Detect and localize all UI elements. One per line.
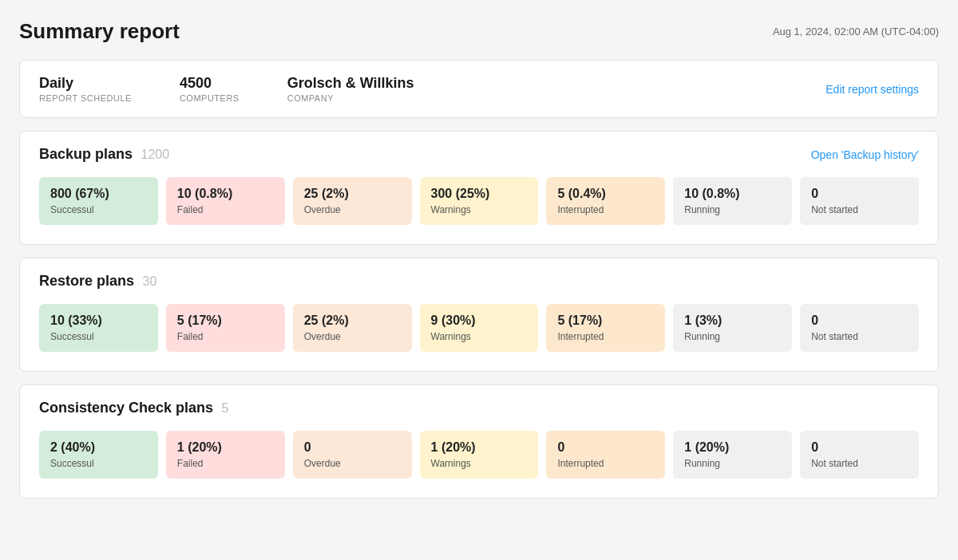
stat-tile[interactable]: 1 (3%)Running [673,304,792,352]
stat-value: 1 (20%) [177,440,274,455]
stat-value: 9 (30%) [431,314,528,328]
computers-label: COMPUTERS [180,93,240,103]
stat-label: Not started [811,331,908,342]
stat-value: 25 (2%) [304,187,401,201]
backup-plans-stats: 800 (67%)Successul10 (0.8%)Failed25 (2%)… [39,177,919,225]
stat-label: Not started [811,204,908,215]
page-title: Summary report [19,19,180,44]
backup-plans-title: Backup plans [39,146,133,162]
company-value: Grolsch & Willkins [287,75,414,92]
computers-value: 4500 [180,75,240,92]
stat-tile[interactable]: 9 (30%)Warnings [420,304,539,352]
schedule-label: REPORT SCHEDULE [39,93,132,103]
stat-label: Warnings [431,204,528,215]
stat-label: Running [684,204,781,215]
consistency-plans-header: Consistency Check plans 5 [39,400,919,416]
stat-value: 0 [811,440,908,455]
stat-label: Successul [50,204,147,215]
info-card: Daily REPORT SCHEDULE 4500 COMPUTERS Gro… [19,60,939,118]
stat-label: Interrupted [557,204,654,215]
restore-plans-stats: 10 (33%)Successul5 (17%)Failed25 (2%)Ove… [39,304,919,352]
stat-tile[interactable]: 10 (0.8%)Failed [166,177,285,225]
stat-tile[interactable]: 25 (2%)Overdue [293,304,412,352]
restore-plans-section: Restore plans 30 10 (33%)Successul5 (17%… [19,258,939,372]
stat-label: Overdue [304,458,401,469]
edit-report-settings-link[interactable]: Edit report settings [825,83,919,96]
consistency-plans-count: 5 [222,401,229,415]
stat-value: 5 (0.4%) [557,187,654,201]
stat-tile[interactable]: 1 (20%)Failed [166,431,285,479]
stat-value: 1 (20%) [431,440,528,455]
stat-value: 5 (17%) [557,314,654,328]
stat-value: 10 (0.8%) [177,187,274,201]
stat-tile[interactable]: 1 (20%)Running [673,431,792,479]
stat-value: 10 (33%) [50,314,147,328]
backup-plans-section: Backup plans 1200 Open 'Backup history' … [19,131,939,245]
stat-tile[interactable]: 5 (17%)Failed [166,304,285,352]
stat-tile[interactable]: 0Not started [800,304,919,352]
stat-label: Not started [811,458,908,469]
stat-tile[interactable]: 0Interrupted [546,431,665,479]
company-info: Grolsch & Willkins COMPANY [287,75,414,103]
stat-value: 800 (67%) [50,187,147,201]
stat-tile[interactable]: 0Overdue [293,431,412,479]
company-label: COMPANY [287,93,414,103]
stat-label: Failed [177,458,274,469]
stat-value: 0 [811,314,908,328]
stat-tile[interactable]: 10 (33%)Successul [39,304,158,352]
stat-tile[interactable]: 5 (0.4%)Interrupted [546,177,665,225]
stat-label: Overdue [304,204,401,215]
stat-label: Interrupted [557,458,654,469]
restore-plans-title: Restore plans [39,273,134,289]
stat-value: 2 (40%) [50,440,147,455]
stat-tile[interactable]: 5 (17%)Interrupted [546,304,665,352]
consistency-plans-stats: 2 (40%)Successul1 (20%)Failed0Overdue1 (… [39,431,919,479]
stat-tile[interactable]: 10 (0.8%)Running [673,177,792,225]
stat-tile[interactable]: 0Not started [800,431,919,479]
restore-plans-count: 30 [143,274,157,288]
backup-history-link[interactable]: Open 'Backup history' [811,148,919,161]
backup-plans-count: 1200 [141,148,170,161]
computers-info: 4500 COMPUTERS [180,75,240,103]
backup-plans-header: Backup plans 1200 Open 'Backup history' [39,146,919,163]
stat-value: 0 [304,440,401,455]
schedule-info: Daily REPORT SCHEDULE [39,75,132,103]
consistency-plans-section: Consistency Check plans 5 2 (40%)Success… [19,385,939,499]
stat-value: 0 [811,187,908,201]
stat-value: 300 (25%) [431,187,528,201]
schedule-value: Daily [39,75,132,92]
consistency-plans-title-group: Consistency Check plans 5 [39,400,228,416]
restore-plans-header: Restore plans 30 [39,273,919,290]
stat-label: Overdue [304,331,401,342]
stat-tile[interactable]: 0Not started [800,177,919,225]
stat-label: Warnings [431,458,528,469]
stat-label: Running [684,331,781,342]
stat-label: Successul [50,458,147,469]
stat-label: Successul [50,331,147,342]
stat-value: 5 (17%) [177,314,274,328]
stat-tile[interactable]: 1 (20%)Warnings [420,431,539,479]
stat-tile[interactable]: 800 (67%)Successul [39,177,158,225]
stat-value: 25 (2%) [304,314,401,328]
page-timestamp: Aug 1, 2024, 02:00 AM (UTC-04:00) [773,26,939,37]
restore-plans-title-group: Restore plans 30 [39,273,156,290]
stat-label: Warnings [431,331,528,342]
stat-value: 0 [557,440,654,455]
page-header: Summary report Aug 1, 2024, 02:00 AM (UT… [19,19,939,44]
stat-label: Interrupted [557,331,654,342]
stat-label: Failed [177,331,274,342]
stat-label: Failed [177,204,274,215]
backup-plans-title-group: Backup plans 1200 [39,146,169,163]
stat-label: Running [684,458,781,469]
stat-tile[interactable]: 2 (40%)Successul [39,431,158,479]
stat-value: 1 (3%) [684,314,781,328]
stat-value: 1 (20%) [684,440,781,455]
consistency-plans-title: Consistency Check plans [39,400,213,416]
stat-tile[interactable]: 25 (2%)Overdue [293,177,412,225]
stat-value: 10 (0.8%) [684,187,781,201]
stat-tile[interactable]: 300 (25%)Warnings [420,177,539,225]
